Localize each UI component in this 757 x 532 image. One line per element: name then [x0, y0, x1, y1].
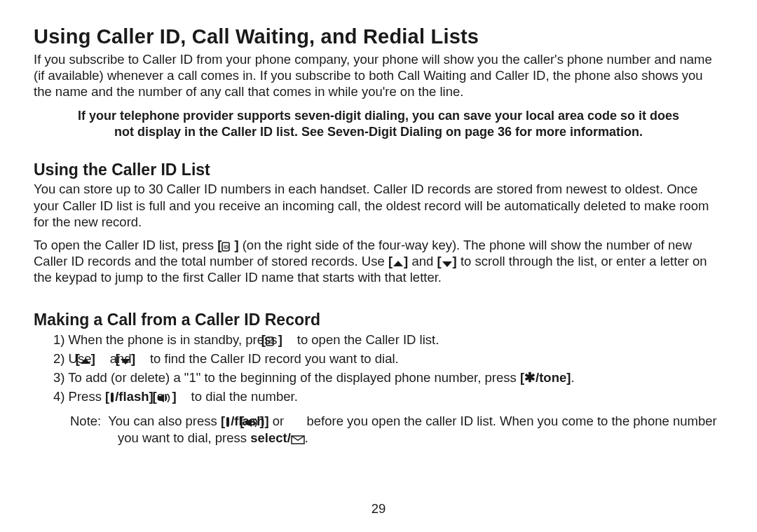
cid-icon: ID [266, 336, 278, 346]
svg-marker-7 [121, 359, 130, 364]
svg-text:ID: ID [268, 339, 273, 344]
step-1: 1) When the phone is in standby, press [… [34, 331, 723, 350]
text-fragment: or [269, 414, 288, 428]
speaker-key: [] [172, 388, 187, 407]
envelope-icon [291, 435, 305, 444]
up-key: [] [388, 253, 408, 269]
down-key: [] [135, 350, 146, 369]
seven-digit-note: If your telephone provider supports seve… [34, 108, 723, 139]
section1-heading: Using the Caller ID List [34, 161, 723, 179]
step-3: 3) To add (or delete) a "1" to the begin… [34, 369, 723, 388]
text-fragment: to open the Caller ID list. [294, 332, 439, 347]
footnote: Note: You can also press [/flash] or [] … [34, 413, 723, 445]
text-fragment: When the phone is in standby, press [69, 332, 281, 347]
svg-rect-12 [245, 421, 248, 425]
cid-key: [ID] [217, 237, 238, 253]
section1-p2: To open the Caller ID list, press [ID] (… [34, 237, 723, 285]
talk-icon [109, 392, 115, 403]
section1-p1: You can store up to 30 Caller ID numbers… [34, 181, 723, 229]
down-arrow-icon [442, 260, 453, 268]
svg-rect-9 [158, 396, 161, 400]
speaker-icon [157, 393, 172, 403]
svg-marker-6 [81, 358, 90, 364]
text-fragment: You can also press [108, 414, 221, 428]
text-fragment: Press [69, 389, 105, 404]
step-4: 4) Press [/flash] or [] to dial the numb… [34, 388, 723, 407]
text-fragment: . [571, 370, 574, 385]
up-arrow-icon [393, 260, 404, 268]
cid-key: [ID] [281, 331, 294, 350]
flash-key: [/flash] [105, 389, 154, 404]
speaker-icon [245, 418, 260, 428]
down-key: [] [437, 253, 456, 269]
talk-icon [225, 416, 231, 428]
speaker-key: [] [287, 413, 303, 429]
svg-rect-11 [226, 417, 229, 427]
text-fragment: to find the Caller ID record you want to… [146, 351, 399, 366]
tone-key: [✱/tone] [520, 370, 571, 385]
svg-marker-3 [442, 261, 452, 267]
page-title: Using Caller ID, Call Waiting, and Redia… [34, 25, 723, 48]
text-fragment: To add (or delete) a "1" to the beginnin… [68, 370, 520, 385]
text-fragment: and [408, 254, 437, 268]
text-fragment: to dial the number. [187, 389, 297, 404]
text-fragment: To open the Caller ID list, press [34, 238, 217, 252]
up-key: [] [95, 350, 107, 369]
steps-list: 1) When the phone is in standby, press [… [34, 331, 723, 406]
svg-rect-8 [111, 393, 114, 402]
note-label: Note: [70, 414, 101, 428]
up-arrow-icon [80, 357, 91, 365]
svg-marker-10 [161, 394, 164, 402]
text-fragment: . [305, 430, 308, 445]
down-arrow-icon [120, 357, 131, 365]
intro-paragraph: If you subscribe to Caller ID from your … [34, 51, 723, 100]
select-key: select/ [250, 430, 305, 445]
page-number: 29 [0, 501, 757, 517]
svg-marker-2 [393, 261, 403, 266]
step-2: 2) Use [] and [] to find the Caller ID r… [34, 350, 723, 369]
svg-text:ID: ID [224, 245, 229, 250]
section2-heading: Making a Call from a Caller ID Record [34, 311, 723, 329]
svg-marker-13 [248, 418, 252, 427]
cid-icon: ID [221, 242, 234, 252]
